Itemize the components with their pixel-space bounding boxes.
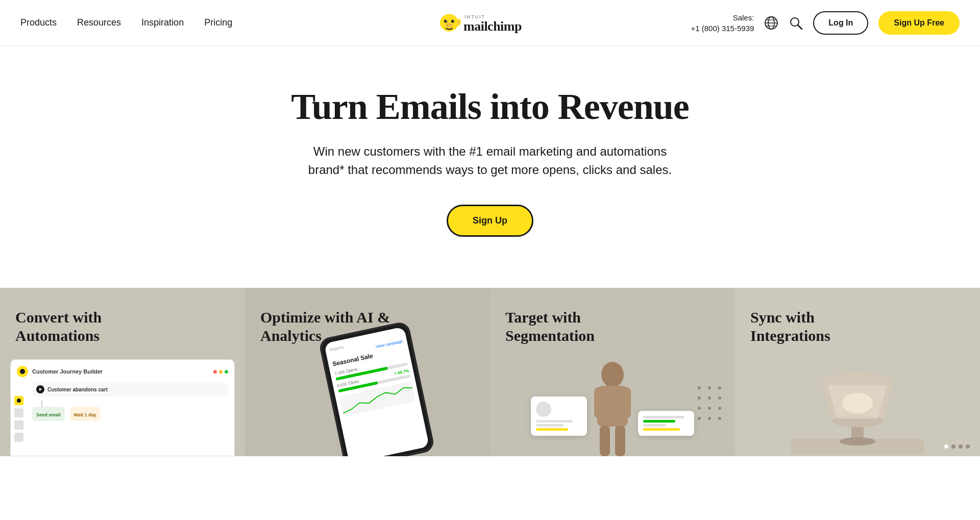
feature-card-automations[interactable]: Convert with Automations Customer Journe… <box>0 288 245 456</box>
svg-point-3 <box>446 20 447 21</box>
svg-point-45 <box>842 393 873 413</box>
cjb-title-label: Customer Journey Builder <box>32 368 103 375</box>
svg-point-6 <box>447 24 449 26</box>
svg-point-2 <box>451 19 454 22</box>
logo[interactable]: INTUIT mailchimp <box>434 8 546 38</box>
svg-point-32 <box>708 397 711 400</box>
carousel-dot <box>966 444 970 449</box>
svg-rect-24 <box>594 387 603 418</box>
svg-marker-21 <box>39 388 42 391</box>
svg-point-1 <box>444 19 447 22</box>
lamp-illustration <box>791 352 924 454</box>
nav-item-products[interactable]: Products <box>20 17 57 28</box>
nav-item-pricing[interactable]: Pricing <box>204 17 232 28</box>
carousel-dot-active <box>944 444 948 449</box>
hero-title: Turn Emails into Revenue <box>291 87 689 127</box>
carousel-dot <box>959 444 963 449</box>
svg-point-22 <box>601 362 624 387</box>
svg-rect-27 <box>615 426 625 456</box>
svg-point-4 <box>453 20 454 21</box>
hero-section: Turn Emails into Revenue Win new custome… <box>0 46 980 288</box>
nav-item-inspiration[interactable]: Inspiration <box>141 17 184 28</box>
nav-left: Products Resources Inspiration Pricing <box>20 17 232 28</box>
svg-point-28 <box>698 386 701 389</box>
nav-right: Sales: +1 (800) 315-5939 Log In Sign Up … <box>691 11 960 35</box>
features-section: Convert with Automations Customer Journe… <box>0 288 980 456</box>
signup-free-button[interactable]: Sign Up Free <box>878 11 960 35</box>
svg-point-37 <box>698 417 701 420</box>
carousel-dot <box>951 444 955 449</box>
dot-pattern <box>694 383 725 424</box>
svg-point-39 <box>718 417 721 420</box>
svg-point-31 <box>698 397 701 400</box>
svg-point-33 <box>718 397 721 400</box>
mailchimp-logo-svg: INTUIT mailchimp <box>434 8 546 38</box>
svg-point-35 <box>708 407 711 410</box>
search-icon[interactable] <box>789 16 803 30</box>
svg-line-18 <box>798 25 802 29</box>
svg-point-29 <box>708 386 711 389</box>
sales-info: Sales: +1 (800) 315-5939 <box>691 12 754 34</box>
globe-icon[interactable] <box>764 16 778 30</box>
svg-rect-25 <box>622 387 631 418</box>
hero-subtitle: Win new customers with the #1 email mark… <box>296 142 684 179</box>
svg-point-20 <box>17 399 21 403</box>
svg-point-42 <box>840 437 875 445</box>
svg-point-36 <box>718 407 721 410</box>
carousel-dots <box>944 444 970 449</box>
svg-point-38 <box>708 417 711 420</box>
feature-card-integrations[interactable]: Sync with Integrations <box>735 288 980 456</box>
svg-point-30 <box>718 386 721 389</box>
feature-card-ai-analytics[interactable]: Optimize with AI & Analytics Reports Vie… <box>245 288 490 456</box>
sales-label: Sales: <box>691 12 754 23</box>
svg-text:mailchimp: mailchimp <box>463 18 522 33</box>
feature-title-integrations: Sync with Integrations <box>750 308 893 345</box>
nav-item-resources[interactable]: Resources <box>77 17 121 28</box>
sales-phone: +1 (800) 315-5939 <box>691 23 754 34</box>
feature-card-segmentation[interactable]: Target with Segmentation <box>490 288 735 456</box>
login-button[interactable]: Log In <box>813 11 868 35</box>
svg-point-9 <box>457 19 460 24</box>
svg-rect-26 <box>600 426 610 456</box>
cart-abandon-label: Customer abandons cart <box>47 387 108 392</box>
feature-title-automations: Convert with Automations <box>15 308 158 345</box>
svg-point-7 <box>450 24 452 26</box>
svg-point-19 <box>20 369 25 374</box>
navbar: Products Resources Inspiration Pricing <box>0 0 980 46</box>
svg-point-5 <box>445 22 453 28</box>
hero-signup-button[interactable]: Sign Up <box>447 205 533 237</box>
person-silhouette <box>587 354 638 456</box>
feature-title-segmentation: Target with Segmentation <box>505 308 648 345</box>
svg-point-34 <box>698 407 701 410</box>
